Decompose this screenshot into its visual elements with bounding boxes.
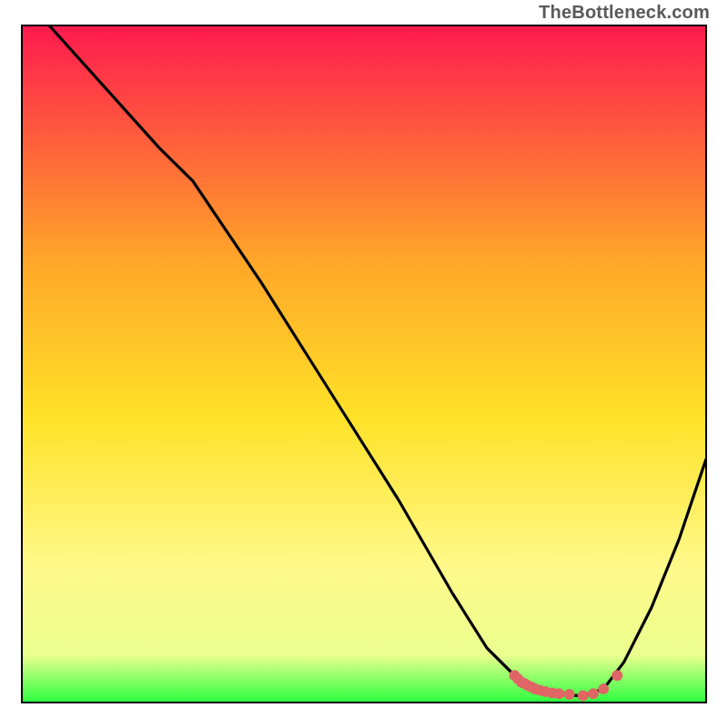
data-marker xyxy=(564,689,575,700)
plot-background xyxy=(22,25,706,703)
bottleneck-chart: TheBottleneck.com xyxy=(0,0,728,728)
data-marker xyxy=(553,688,564,699)
data-marker xyxy=(612,670,622,681)
chart-canvas xyxy=(0,0,728,728)
data-marker xyxy=(598,683,609,694)
data-marker xyxy=(588,688,599,699)
attribution-label: TheBottleneck.com xyxy=(539,2,710,23)
data-marker xyxy=(578,691,589,702)
